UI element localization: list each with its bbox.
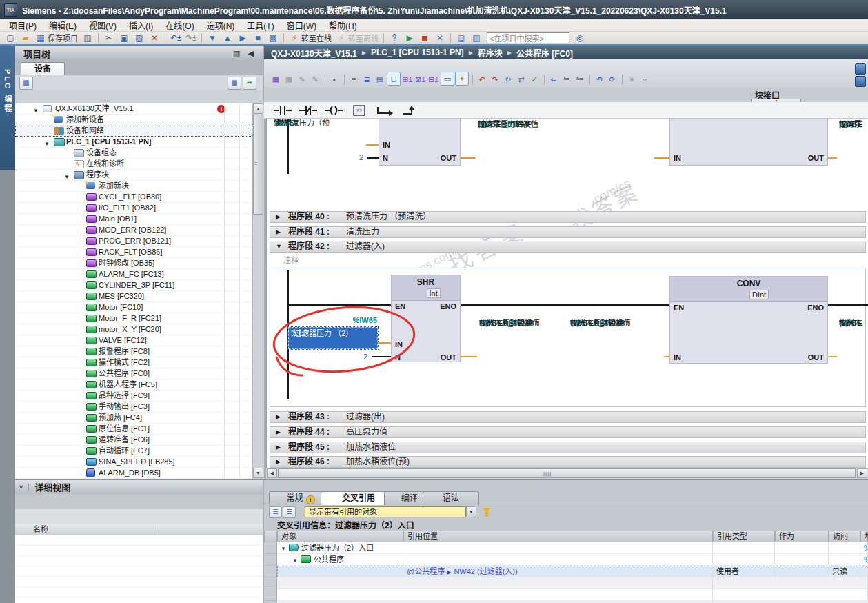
xref-col-location[interactable]: 引用位置 <box>403 531 713 542</box>
expand-arrow-icon[interactable]: ▶ <box>276 442 281 453</box>
xref-object-cell[interactable]: ▼公共程序 <box>277 554 403 566</box>
hscroll-left-icon[interactable]: ◀ <box>267 468 277 478</box>
tab-syntax[interactable]: 语法 <box>423 491 479 505</box>
details-name-column-header[interactable]: 名称 <box>15 524 263 535</box>
tree-item[interactable]: 预加热 [FC4] <box>15 413 252 424</box>
network-header[interactable]: ▶程序段 44 :高压泵力值 <box>270 426 866 438</box>
paste-icon[interactable]: ▨ <box>132 32 146 43</box>
tree-item[interactable]: CYCL_FLT [OB80] <box>15 192 252 203</box>
open-project-icon[interactable]: ▰ <box>19 32 32 43</box>
pin-and-collapse-icons[interactable]: ▥ ◀ <box>233 49 256 58</box>
new-project-icon[interactable]: ▢ <box>3 32 17 43</box>
download-to-device-icon[interactable]: ▼ <box>205 32 219 43</box>
operand-abs-icon[interactable]: ᴵ≡ <box>561 73 573 86</box>
breadcrumb-item[interactable]: 程序块 <box>478 47 503 59</box>
insert-branch-icon[interactable]: ⊠± <box>414 73 427 86</box>
goto-next-error-icon[interactable]: ↷ <box>489 73 501 86</box>
filter-funnel-icon[interactable] <box>483 508 491 513</box>
tree-item[interactable]: 在线和诊断 <box>15 159 252 170</box>
shr-type-dropdown[interactable]: Int <box>427 288 441 298</box>
hscroll-right-icon[interactable]: ▶ <box>857 468 867 478</box>
insert-box-icon[interactable]: ⊞± <box>401 73 414 86</box>
tree-item[interactable]: SINA_SPEED [FB285] <box>15 457 252 468</box>
tree-item[interactable]: ▼QXJ-X0130天津_V15.1! <box>15 103 252 115</box>
menu-item[interactable]: 项目(P) <box>3 19 43 32</box>
empty-box-icon[interactable]: ?? <box>347 103 371 118</box>
operand-iw65-address[interactable]: %IW65 <box>308 316 377 324</box>
tree-item[interactable]: ▼PLC_1 [CPU 1513-1 PN] <box>15 137 252 148</box>
expand-arrow-icon[interactable]: ▶ <box>276 227 281 237</box>
expand-networks-icon[interactable]: ≡ <box>347 73 360 86</box>
xref-col-access[interactable]: 访问 <box>829 531 860 542</box>
sync-icon[interactable]: ⇄ <box>515 73 527 86</box>
tree-scroll-grip[interactable]: ≡ <box>254 161 262 167</box>
breadcrumb-item[interactable]: PLC_1 [CPU 1513-1 PN] <box>371 48 464 57</box>
menu-item[interactable]: 窗口(W) <box>281 19 323 32</box>
task-card-icon[interactable] <box>855 63 866 75</box>
goto-prev-error-icon[interactable]: ↶ <box>476 73 488 86</box>
jump-label-icon[interactable] <box>398 103 422 118</box>
contact-closed-icon[interactable] <box>296 103 320 118</box>
reset-start-icon[interactable]: ▪ <box>328 73 341 86</box>
xref-col-reftype[interactable]: 引用类型 <box>713 531 775 542</box>
more-icon[interactable]: ·· <box>638 73 651 86</box>
accessible-devices-icon[interactable]: ▩ <box>266 32 280 43</box>
menu-item[interactable]: 视图(V) <box>83 19 123 32</box>
expand-arrow-icon[interactable]: ▼ <box>292 557 298 564</box>
constant-n[interactable]: 2 <box>363 353 367 361</box>
rename-icon[interactable]: ✎ <box>296 73 308 86</box>
tree-item[interactable]: 机器人程序 [FC5] <box>15 379 252 391</box>
menu-item[interactable]: 编辑(E) <box>43 19 83 32</box>
hscroll-thumb[interactable] <box>278 468 856 478</box>
tree-item[interactable]: 操作模式 [FC2] <box>15 357 252 368</box>
sort-icon[interactable]: ➦ <box>243 77 256 90</box>
toggle-comments-icon[interactable]: ◻ <box>387 72 401 86</box>
network-header[interactable]: ▶程序段 41 :清洗压力 <box>270 226 866 238</box>
menu-item[interactable]: 帮助(H) <box>323 19 363 32</box>
delete-icon[interactable]: ✕ <box>148 32 161 43</box>
details-view-header[interactable]: ˅ 详细视图 <box>15 479 263 495</box>
network-header[interactable]: ▶程序段 40 :预清洗压力 （预清洗） <box>270 211 866 223</box>
expand-arrow-icon[interactable]: ▶ <box>276 457 281 467</box>
expand-entries-icon[interactable]: ☰ <box>269 506 282 518</box>
tree-item[interactable]: 添加新块 <box>15 181 252 192</box>
operand-sym-icon[interactable]: ᵃ≡ <box>574 73 586 86</box>
expand-arrow-icon[interactable]: ▼ <box>276 241 282 252</box>
favorites-edit-icon[interactable]: ✦ <box>455 72 469 86</box>
table-view-icon[interactable]: ▦ <box>228 77 241 90</box>
tree-item[interactable]: CYLINDER_3P [FC11] <box>15 280 252 291</box>
absolute-info-icon[interactable]: ▤ <box>374 73 386 86</box>
save-project-button[interactable]: ▦保存项目 <box>34 32 79 43</box>
network-comment[interactable]: 注释 <box>283 254 299 265</box>
title-bar[interactable]: TIA Siemens - Z:\doosanFiles\AndyProgram… <box>0 0 868 19</box>
tree-item[interactable]: 手动输出 [FC3] <box>15 402 252 413</box>
redo-icon[interactable]: ↷± <box>184 32 198 43</box>
consistency-check-icon[interactable]: ✓ <box>528 73 541 86</box>
tree-item[interactable]: 报警程序 [FC8] <box>15 346 252 357</box>
split-vertical-icon[interactable]: ▥ <box>470 32 483 43</box>
find-in-project-icon[interactable]: ◎ <box>573 32 587 43</box>
xref-col-as[interactable]: 作为 <box>775 531 829 542</box>
tree-filter-icon[interactable]: ▦ <box>19 77 33 90</box>
start-monitor-icon[interactable]: ▶ <box>403 32 416 43</box>
update-call-icon[interactable]: ↻ <box>502 73 514 86</box>
cross-close-icon[interactable]: ✕ <box>433 32 447 43</box>
tree-scroll-down-icon[interactable]: ▼ <box>253 468 263 478</box>
stop-cpu-icon[interactable]: ■ <box>251 32 265 43</box>
network-header[interactable]: ▶程序段 46 :加热水箱液位(预) <box>270 456 866 468</box>
go-online-button[interactable]: ⚡转至在线 <box>287 32 333 43</box>
print-icon[interactable]: ▥ <box>81 32 94 43</box>
expand-arrow-icon[interactable]: ▶ <box>276 212 281 222</box>
tree-item[interactable]: VALVE [FC12] <box>15 335 252 346</box>
delete-network-icon[interactable]: ▦ <box>283 73 295 86</box>
breadcrumb-item[interactable]: 公共程序 [FC0] <box>516 47 573 59</box>
network-header[interactable]: ▶程序段 45 :加热水箱液位 <box>270 442 866 453</box>
tree-scroll-up-icon[interactable]: ▲ <box>253 103 263 114</box>
settings-icon[interactable]: ✳ <box>625 73 638 86</box>
selected-operand-iw65[interactable]: "过滤器压力 （2） 入口" <box>288 327 378 349</box>
goto-related-icon[interactable]: ⇐ <box>547 73 560 86</box>
tree-item[interactable]: Motor [FC10] <box>15 302 252 313</box>
xref-location-link[interactable]: @公共程序 ▶NW42 (过滤器(入)) <box>407 567 518 575</box>
conv-block-partial[interactable]: IN OUT <box>669 119 828 166</box>
tab-devices[interactable]: 设备 <box>21 62 65 76</box>
